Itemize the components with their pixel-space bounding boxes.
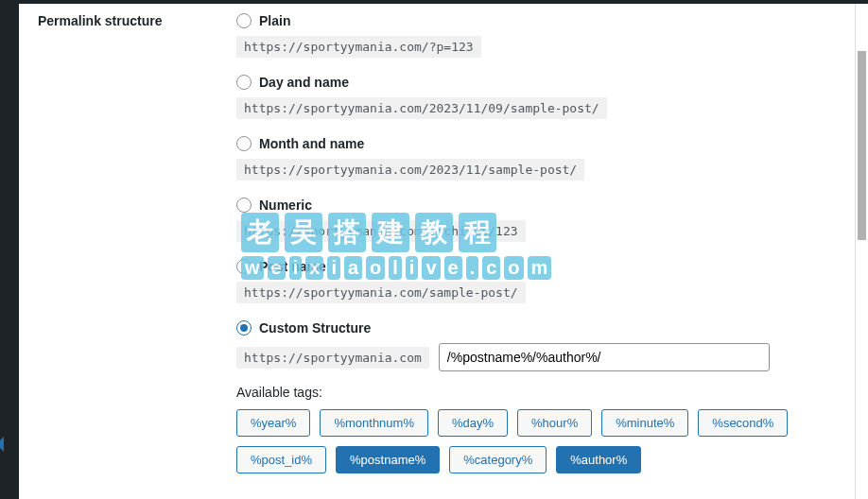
tag-button[interactable]: %postname% bbox=[336, 446, 440, 473]
sidebar-edge bbox=[0, 4, 19, 499]
option-post-name: Post name https://sportyymania.com/sampl… bbox=[236, 259, 836, 303]
option-month-name: Month and name https://sportyymania.com/… bbox=[236, 136, 836, 181]
option-numeric: Numeric https://sportyymania.com/archive… bbox=[236, 198, 836, 242]
url-numeric: https://sportyymania.com/archives/123 bbox=[236, 220, 526, 242]
url-day-name: https://sportyymania.com/2023/11/09/samp… bbox=[236, 97, 607, 119]
tag-button[interactable]: %monthnum% bbox=[320, 409, 428, 437]
tag-button[interactable]: %second% bbox=[698, 409, 788, 437]
option-day-name: Day and name https://sportyymania.com/20… bbox=[236, 75, 836, 119]
radio-plain[interactable] bbox=[236, 13, 252, 28]
sidebar-indicator-icon bbox=[0, 437, 4, 452]
radio-numeric-label[interactable]: Numeric bbox=[259, 198, 312, 213]
section-label: Permalink structure bbox=[38, 13, 236, 28]
scrollbar-thumb[interactable] bbox=[858, 51, 866, 240]
custom-base-url: https://sportyymania.com bbox=[236, 347, 429, 369]
tags-row-1: %year%%monthnum%%day%%hour%%minute%%seco… bbox=[236, 409, 836, 437]
custom-structure-input[interactable] bbox=[439, 343, 770, 371]
scrollbar[interactable] bbox=[855, 4, 868, 499]
tag-button[interactable]: %minute% bbox=[601, 409, 688, 437]
tag-button[interactable]: %post_id% bbox=[236, 446, 326, 473]
option-plain: Plain https://sportyymania.com/?p=123 bbox=[236, 13, 836, 58]
tag-button[interactable]: %hour% bbox=[517, 409, 592, 437]
tags-row-2: %post_id%%postname%%category%%author% bbox=[236, 446, 836, 473]
main-content: Permalink structure Plain https://sporty… bbox=[19, 4, 855, 499]
radio-month-name[interactable] bbox=[236, 136, 252, 151]
url-plain: https://sportyymania.com/?p=123 bbox=[236, 36, 481, 58]
radio-post-name-label[interactable]: Post name bbox=[259, 259, 326, 274]
radio-custom[interactable] bbox=[236, 320, 252, 336]
option-custom: Custom Structure https://sportyymania.co… bbox=[236, 320, 836, 473]
radio-day-name[interactable] bbox=[236, 75, 252, 90]
url-month-name: https://sportyymania.com/2023/11/sample-… bbox=[236, 159, 584, 181]
tag-button[interactable]: %year% bbox=[236, 409, 310, 437]
radio-numeric[interactable] bbox=[236, 198, 252, 213]
permalink-options: Plain https://sportyymania.com/?p=123 Da… bbox=[236, 13, 836, 490]
radio-post-name[interactable] bbox=[236, 259, 252, 274]
radio-custom-label[interactable]: Custom Structure bbox=[259, 320, 371, 336]
radio-month-name-label[interactable]: Month and name bbox=[259, 136, 364, 151]
radio-day-name-label[interactable]: Day and name bbox=[259, 75, 349, 90]
tag-button[interactable]: %day% bbox=[438, 409, 508, 437]
tag-button[interactable]: %author% bbox=[556, 446, 641, 473]
tag-button[interactable]: %category% bbox=[449, 446, 547, 473]
available-tags-label: Available tags: bbox=[236, 385, 836, 400]
radio-plain-label[interactable]: Plain bbox=[259, 13, 290, 28]
url-post-name: https://sportyymania.com/sample-post/ bbox=[236, 282, 526, 303]
